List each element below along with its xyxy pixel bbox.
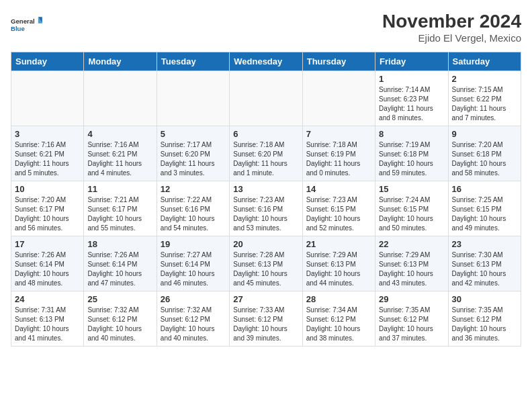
day-cell: 28Sunrise: 7:34 AM Sunset: 6:12 PM Dayli… xyxy=(302,291,375,347)
day-info: Sunrise: 7:26 AM Sunset: 6:14 PM Dayligh… xyxy=(15,250,80,288)
day-number: 18 xyxy=(87,239,152,249)
day-cell: 30Sunrise: 7:35 AM Sunset: 6:12 PM Dayli… xyxy=(448,291,521,347)
day-number: 27 xyxy=(233,294,298,304)
day-info: Sunrise: 7:35 AM Sunset: 6:12 PM Dayligh… xyxy=(379,306,444,343)
day-number: 14 xyxy=(306,184,371,194)
day-cell xyxy=(302,71,375,126)
title-block: November 2024 Ejido El Vergel, Mexico xyxy=(382,11,521,44)
day-info: Sunrise: 7:18 AM Sunset: 6:19 PM Dayligh… xyxy=(306,140,371,178)
day-cell: 4Sunrise: 7:16 AM Sunset: 6:21 PM Daylig… xyxy=(84,126,157,181)
day-info: Sunrise: 7:21 AM Sunset: 6:17 PM Dayligh… xyxy=(87,195,152,233)
day-info: Sunrise: 7:24 AM Sunset: 6:15 PM Dayligh… xyxy=(379,195,444,233)
day-info: Sunrise: 7:22 AM Sunset: 6:16 PM Dayligh… xyxy=(161,195,226,233)
day-cell: 27Sunrise: 7:33 AM Sunset: 6:12 PM Dayli… xyxy=(230,291,302,347)
day-info: Sunrise: 7:23 AM Sunset: 6:15 PM Dayligh… xyxy=(306,195,371,233)
day-cell: 7Sunrise: 7:18 AM Sunset: 6:19 PM Daylig… xyxy=(302,126,375,181)
day-number: 30 xyxy=(452,294,517,304)
day-info: Sunrise: 7:29 AM Sunset: 6:13 PM Dayligh… xyxy=(306,250,371,288)
day-number: 28 xyxy=(306,294,371,304)
day-info: Sunrise: 7:26 AM Sunset: 6:14 PM Dayligh… xyxy=(87,250,152,288)
day-cell: 17Sunrise: 7:26 AM Sunset: 6:14 PM Dayli… xyxy=(11,236,84,291)
day-cell: 10Sunrise: 7:20 AM Sunset: 6:17 PM Dayli… xyxy=(11,181,84,236)
day-info: Sunrise: 7:32 AM Sunset: 6:12 PM Dayligh… xyxy=(161,306,226,343)
day-info: Sunrise: 7:29 AM Sunset: 6:13 PM Dayligh… xyxy=(379,250,444,288)
day-number: 21 xyxy=(306,239,371,249)
day-number: 3 xyxy=(15,129,80,139)
day-header-monday: Monday xyxy=(84,52,157,71)
day-cell: 21Sunrise: 7:29 AM Sunset: 6:13 PM Dayli… xyxy=(302,236,375,291)
day-number: 13 xyxy=(233,184,298,194)
day-number: 12 xyxy=(161,184,226,194)
day-cell: 20Sunrise: 7:28 AM Sunset: 6:13 PM Dayli… xyxy=(230,236,302,291)
day-number: 11 xyxy=(87,184,152,194)
day-cell: 18Sunrise: 7:26 AM Sunset: 6:14 PM Dayli… xyxy=(84,236,157,291)
day-number: 26 xyxy=(161,294,226,304)
day-number: 19 xyxy=(161,239,226,249)
month-year: November 2024 xyxy=(382,11,521,32)
day-cell: 16Sunrise: 7:25 AM Sunset: 6:15 PM Dayli… xyxy=(448,181,521,236)
page-header: General Blue November 2024 Ejido El Verg… xyxy=(11,11,521,44)
day-header-wednesday: Wednesday xyxy=(230,52,302,71)
day-info: Sunrise: 7:35 AM Sunset: 6:12 PM Dayligh… xyxy=(452,306,517,343)
location: Ejido El Vergel, Mexico xyxy=(382,32,521,44)
day-number: 5 xyxy=(161,129,226,139)
day-number: 25 xyxy=(87,294,152,304)
day-number: 17 xyxy=(15,239,80,249)
day-cell: 12Sunrise: 7:22 AM Sunset: 6:16 PM Dayli… xyxy=(157,181,229,236)
day-cell: 11Sunrise: 7:21 AM Sunset: 6:17 PM Dayli… xyxy=(84,181,157,236)
day-info: Sunrise: 7:25 AM Sunset: 6:15 PM Dayligh… xyxy=(452,195,517,233)
day-info: Sunrise: 7:34 AM Sunset: 6:12 PM Dayligh… xyxy=(306,306,371,343)
logo: General Blue xyxy=(11,11,43,38)
day-cell: 8Sunrise: 7:19 AM Sunset: 6:18 PM Daylig… xyxy=(375,126,448,181)
day-cell: 24Sunrise: 7:31 AM Sunset: 6:13 PM Dayli… xyxy=(11,291,84,347)
day-info: Sunrise: 7:17 AM Sunset: 6:20 PM Dayligh… xyxy=(161,140,226,178)
day-number: 29 xyxy=(379,294,444,304)
day-info: Sunrise: 7:31 AM Sunset: 6:13 PM Dayligh… xyxy=(15,306,80,343)
day-number: 10 xyxy=(15,184,80,194)
day-number: 9 xyxy=(452,129,517,139)
day-info: Sunrise: 7:19 AM Sunset: 6:18 PM Dayligh… xyxy=(379,140,444,178)
day-header-friday: Friday xyxy=(375,52,448,71)
day-cell: 6Sunrise: 7:18 AM Sunset: 6:20 PM Daylig… xyxy=(230,126,302,181)
day-number: 24 xyxy=(15,294,80,304)
day-cell: 13Sunrise: 7:23 AM Sunset: 6:16 PM Dayli… xyxy=(230,181,302,236)
day-cell: 23Sunrise: 7:30 AM Sunset: 6:13 PM Dayli… xyxy=(448,236,521,291)
day-cell: 15Sunrise: 7:24 AM Sunset: 6:15 PM Dayli… xyxy=(375,181,448,236)
day-info: Sunrise: 7:14 AM Sunset: 6:23 PM Dayligh… xyxy=(379,85,444,123)
day-number: 1 xyxy=(379,74,444,84)
week-row-1: 1Sunrise: 7:14 AM Sunset: 6:23 PM Daylig… xyxy=(11,71,521,126)
day-info: Sunrise: 7:27 AM Sunset: 6:14 PM Dayligh… xyxy=(161,250,226,288)
day-cell: 26Sunrise: 7:32 AM Sunset: 6:12 PM Dayli… xyxy=(157,291,229,347)
week-row-2: 3Sunrise: 7:16 AM Sunset: 6:21 PM Daylig… xyxy=(11,126,521,181)
day-info: Sunrise: 7:15 AM Sunset: 6:22 PM Dayligh… xyxy=(452,85,517,123)
day-cell: 19Sunrise: 7:27 AM Sunset: 6:14 PM Dayli… xyxy=(157,236,229,291)
day-number: 2 xyxy=(452,74,517,84)
header-row: SundayMondayTuesdayWednesdayThursdayFrid… xyxy=(11,52,521,71)
day-cell: 3Sunrise: 7:16 AM Sunset: 6:21 PM Daylig… xyxy=(11,126,84,181)
day-cell xyxy=(230,71,302,126)
day-number: 15 xyxy=(379,184,444,194)
day-cell xyxy=(84,71,157,126)
day-info: Sunrise: 7:23 AM Sunset: 6:16 PM Dayligh… xyxy=(233,195,298,233)
day-number: 8 xyxy=(379,129,444,139)
day-info: Sunrise: 7:33 AM Sunset: 6:12 PM Dayligh… xyxy=(233,306,298,343)
week-row-3: 10Sunrise: 7:20 AM Sunset: 6:17 PM Dayli… xyxy=(11,181,521,236)
day-cell: 22Sunrise: 7:29 AM Sunset: 6:13 PM Dayli… xyxy=(375,236,448,291)
day-info: Sunrise: 7:20 AM Sunset: 6:17 PM Dayligh… xyxy=(15,195,80,233)
logo-svg: General Blue xyxy=(11,11,43,38)
day-cell: 5Sunrise: 7:17 AM Sunset: 6:20 PM Daylig… xyxy=(157,126,229,181)
day-info: Sunrise: 7:30 AM Sunset: 6:13 PM Dayligh… xyxy=(452,250,517,288)
day-number: 22 xyxy=(379,239,444,249)
week-row-4: 17Sunrise: 7:26 AM Sunset: 6:14 PM Dayli… xyxy=(11,236,521,291)
day-info: Sunrise: 7:18 AM Sunset: 6:20 PM Dayligh… xyxy=(233,140,298,178)
day-header-saturday: Saturday xyxy=(448,52,521,71)
day-cell: 2Sunrise: 7:15 AM Sunset: 6:22 PM Daylig… xyxy=(448,71,521,126)
day-cell xyxy=(11,71,84,126)
calendar-table: SundayMondayTuesdayWednesdayThursdayFrid… xyxy=(11,52,521,347)
day-cell: 14Sunrise: 7:23 AM Sunset: 6:15 PM Dayli… xyxy=(302,181,375,236)
day-cell: 9Sunrise: 7:20 AM Sunset: 6:18 PM Daylig… xyxy=(448,126,521,181)
day-cell xyxy=(157,71,229,126)
day-cell: 25Sunrise: 7:32 AM Sunset: 6:12 PM Dayli… xyxy=(84,291,157,347)
day-info: Sunrise: 7:20 AM Sunset: 6:18 PM Dayligh… xyxy=(452,140,517,178)
day-info: Sunrise: 7:32 AM Sunset: 6:12 PM Dayligh… xyxy=(87,306,152,343)
